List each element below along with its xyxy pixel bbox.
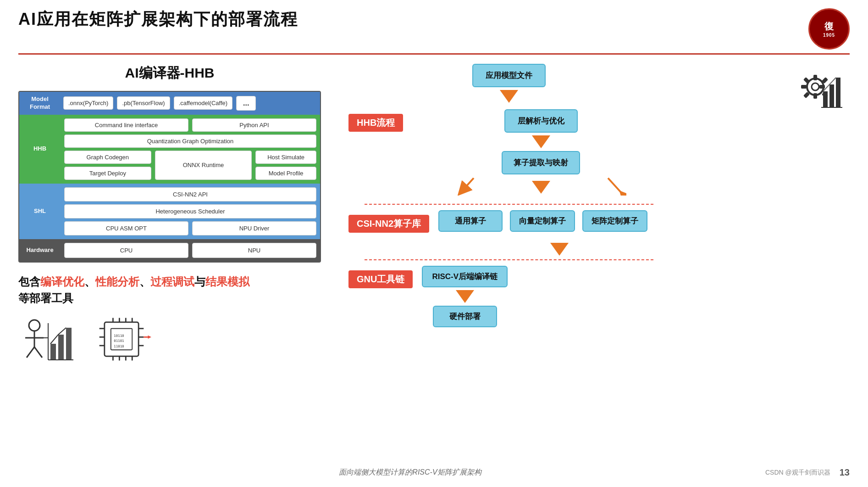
gnu-flow: RISC-V后端编译链 硬件部署 — [422, 266, 508, 327]
hhb-quantization: Quantization Graph Optimization — [64, 134, 316, 148]
model-format-label: ModelFormat — [19, 92, 61, 115]
hw-npu: NPU — [192, 243, 316, 258]
shl-inner: CSI-NN2 API Heterogeneous Scheduler CPU … — [61, 184, 320, 239]
svg-rect-44 — [836, 78, 840, 107]
hhb-onnx-runtime: ONNX Runtime — [155, 151, 252, 180]
csi-label-col: CSI-NN2算子库 — [348, 210, 429, 237]
svg-marker-28 — [148, 335, 151, 338]
model-format-row: ModelFormat .onnx(PyTorch) .pb(TensorFlo… — [19, 92, 320, 115]
cpu-chip-icon: 10110 01101 11010 — [92, 314, 151, 364]
svg-line-47 — [460, 178, 474, 193]
university-logo: 復 1905 — [808, 8, 850, 50]
layer-parse-box: 层解析与优化 — [504, 109, 578, 133]
arrow-3 — [550, 243, 569, 256]
page-number: 13 — [840, 467, 850, 478]
csi-section-label: CSI-NN2算子库 — [348, 215, 429, 233]
footer-right: CSDN @观千剑而识器 13 — [765, 467, 850, 478]
app-model-box: 应用模型文件 — [472, 64, 546, 87]
svg-point-33 — [812, 83, 819, 90]
format-pb: .pb(TensorFlow) — [117, 96, 170, 110]
footer: 面向端侧大模型计算的RISC-V矩阵扩展架构 CSDN @观千剑而识器 13 — [0, 467, 868, 478]
hw-inner: CPU NPU — [61, 239, 320, 262]
arrow-center — [532, 181, 550, 194]
gnu-section: GNU工具链 RISC-V后端编译链 硬件部署 — [348, 266, 669, 327]
svg-rect-43 — [829, 84, 834, 107]
top-flow-section: 应用模型文件 — [348, 64, 669, 106]
hw-deploy-box: 硬件部署 — [433, 306, 497, 327]
svg-rect-6 — [58, 335, 64, 360]
shl-row: CPU ASM OPT NPU Driver — [64, 221, 316, 235]
svg-point-0 — [29, 320, 40, 331]
arrow-1 — [500, 90, 518, 103]
dashed-line-2 — [365, 259, 653, 260]
header: AI应用在矩阵扩展架构下的部署流程 復 1905 — [0, 0, 868, 50]
arrow-right-diag — [590, 177, 626, 196]
svg-rect-5 — [50, 344, 56, 360]
hhb-row1: Command line interface Python API — [64, 118, 316, 132]
spread-arrows — [436, 177, 647, 196]
svg-rect-7 — [66, 328, 72, 360]
csi-section: CSI-NN2算子库 通用算子 向量定制算子 矩阵定制算子 — [348, 210, 669, 237]
general-op-box: 通用算子 — [438, 210, 503, 232]
right-panel: 应用模型文件 HHB流程 层解析与优化 算子提取与映射 — [348, 64, 850, 364]
hhb-section: HHB Command line interface Python API Qu… — [19, 115, 320, 184]
page-title: AI应用在矩阵扩展架构下的部署流程 — [18, 8, 298, 31]
left-panel: AI编译器-HHB ModelFormat .onnx(PyTorch) .pb… — [18, 64, 321, 364]
hhb-label-col: HHB流程 — [348, 109, 403, 136]
hhb-model-profile: Model Profile — [255, 167, 316, 180]
shl-cpu-asm: CPU ASM OPT — [64, 221, 188, 235]
hhb-section-right: HHB流程 层解析与优化 算子提取与映射 — [348, 109, 669, 198]
shl-section: SHL CSI-NN2 API Heterogeneous Scheduler … — [19, 184, 320, 239]
logo-text: 復 — [824, 20, 834, 33]
compiler-title: AI编译器-HHB — [18, 64, 321, 83]
text-sep2: 、 — [139, 275, 150, 288]
shl-heterogeneous: Heterogeneous Scheduler — [64, 204, 316, 218]
hhb-section-label: HHB流程 — [348, 114, 403, 132]
text-line2: 等部署工具 — [18, 292, 73, 304]
three-op-boxes: 通用算子 向量定制算子 矩阵定制算子 — [438, 210, 647, 232]
svg-rect-34 — [813, 75, 817, 80]
text-simulate: 结果模拟 — [205, 275, 249, 288]
hw-cpu: CPU — [64, 243, 188, 258]
svg-line-49 — [608, 178, 622, 193]
dashed-line-1 — [365, 204, 653, 205]
hhb-graph-codegen: Graph Codegen — [64, 151, 151, 164]
model-format-cells: .onnx(PyTorch) .pb(TensorFlow) .caffemod… — [61, 92, 320, 115]
shl-csi: CSI-NN2 API — [64, 187, 316, 202]
riscv-backend-box: RISC-V后端编译链 — [422, 266, 508, 287]
person-chart-icon — [18, 314, 78, 364]
shl-label: SHL — [19, 184, 61, 239]
bottom-left-text: 包含编译优化、性能分析、过程调试与结果模拟 等部署工具 — [18, 274, 321, 307]
svg-text:11010: 11010 — [114, 344, 124, 348]
hhb-row2: Graph Codegen Target Deploy ONNX Runtime… — [64, 151, 316, 180]
gnu-section-label: GNU工具链 — [348, 270, 413, 288]
vector-op-box: 向量定制算子 — [510, 210, 575, 232]
footer-center-text: 面向端侧大模型计算的RISC-V矩阵扩展架构 — [55, 468, 765, 477]
svg-rect-36 — [801, 85, 807, 89]
hhb-col-left: Graph Codegen Target Deploy — [64, 151, 151, 180]
arrow-4 — [456, 290, 474, 303]
svg-text:01101: 01101 — [114, 339, 124, 343]
hhb-inner: Command line interface Python API Quanti… — [61, 115, 320, 184]
gear-chart-icon — [795, 64, 845, 116]
shl-npu-driver: NPU Driver — [192, 221, 316, 235]
svg-rect-37 — [819, 85, 825, 89]
hhb-col-right: Host Simulate Model Profile — [255, 151, 316, 180]
arrow-left-diag — [455, 177, 492, 196]
text-debug: 过程调试 — [150, 275, 194, 288]
main-content: AI编译器-HHB ModelFormat .onnx(PyTorch) .pb… — [0, 55, 868, 364]
arrow-2 — [532, 135, 550, 148]
matrix-op-box: 矩阵定制算子 — [582, 210, 647, 232]
hw-section: Hardware CPU NPU — [19, 239, 320, 262]
footer-credit: CSDN @观千剑而识器 — [765, 469, 830, 477]
op-extract-box: 算子提取与映射 — [502, 151, 580, 174]
text-and: 与 — [194, 275, 205, 288]
hw-label: Hardware — [19, 239, 61, 262]
svg-text:10110: 10110 — [114, 334, 124, 338]
text-prefix: 包含 — [18, 275, 40, 288]
gnu-label-col: GNU工具链 — [348, 266, 413, 293]
right-flow: 应用模型文件 HHB流程 层解析与优化 算子提取与映射 — [348, 64, 669, 331]
format-dots: ... — [236, 96, 256, 111]
format-caffe: .caffemodel(Caffe) — [174, 96, 232, 110]
logo-year: 1905 — [823, 33, 835, 38]
